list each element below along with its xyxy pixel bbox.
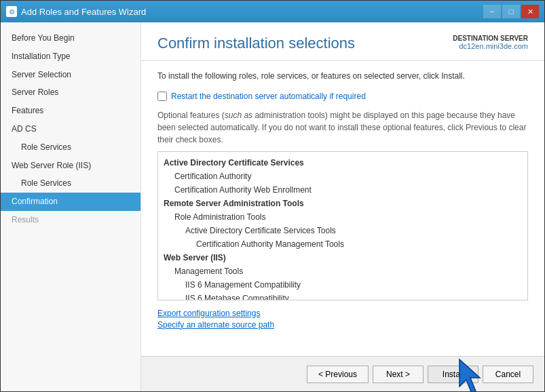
- maximize-button[interactable]: □: [502, 5, 520, 18]
- previous-button[interactable]: < Previous: [307, 366, 369, 383]
- content-area: Before You Begin Installation Type Serve…: [1, 22, 544, 391]
- sidebar-item-features[interactable]: Features: [1, 102, 140, 120]
- feature-ad-cert-services: Active Directory Certificate Services: [158, 156, 527, 170]
- feature-ad-cert-tools: Active Directory Certificate Services To…: [158, 224, 527, 237]
- sidebar-item-role-services-adcs[interactable]: Role Services: [1, 138, 140, 157]
- window-controls: − □ ✕: [483, 5, 539, 18]
- cancel-button[interactable]: Cancel: [483, 366, 533, 383]
- sidebar-item-confirmation[interactable]: Confirmation: [1, 193, 140, 211]
- sidebar-item-ad-cs[interactable]: AD CS: [1, 120, 140, 138]
- close-button[interactable]: ✕: [521, 5, 539, 18]
- main-header: Confirm installation selections DESTINAT…: [141, 22, 544, 61]
- optional-text: Optional features (such as administratio…: [157, 109, 528, 146]
- restart-checkbox[interactable]: [157, 92, 167, 101]
- page-title: Confirm installation selections: [157, 35, 355, 52]
- minimize-button[interactable]: −: [483, 5, 501, 18]
- feature-cert-authority-web: Certification Authority Web Enrollment: [158, 183, 527, 197]
- main-body: To install the following roles, role ser…: [141, 61, 544, 356]
- app-icon: ⚙: [6, 6, 17, 17]
- restart-checkbox-row[interactable]: Restart the destination server automatic…: [157, 92, 528, 101]
- titlebar: ⚙ Add Roles and Features Wizard − □ ✕: [1, 1, 544, 22]
- next-button[interactable]: Next >: [373, 366, 424, 383]
- sidebar-item-before-you-begin[interactable]: Before You Begin: [1, 29, 140, 47]
- sidebar-item-web-server-role[interactable]: Web Server Role (IIS): [1, 157, 140, 175]
- feature-management-tools: Management Tools: [158, 264, 527, 278]
- feature-cert-authority-mgmt: Certification Authority Management Tools: [158, 237, 527, 251]
- sidebar-item-server-roles[interactable]: Server Roles: [1, 83, 140, 102]
- sidebar-item-role-services-iis[interactable]: Role Services: [1, 174, 140, 193]
- info-text: To install the following roles, role ser…: [157, 71, 528, 82]
- destination-server-label: DESTINATION SERVER: [453, 35, 528, 42]
- feature-cert-authority: Certification Authority: [158, 170, 527, 183]
- destination-server-hostname: dc12en.mini3de.com: [459, 42, 528, 50]
- install-button[interactable]: Install: [428, 366, 478, 383]
- feature-remote-server-admin: Remote Server Administration Tools: [158, 197, 527, 210]
- wizard-window: ⚙ Add Roles and Features Wizard − □ ✕ Be…: [0, 0, 545, 392]
- restart-checkbox-label: Restart the destination server automatic…: [171, 92, 366, 101]
- destination-server-info: DESTINATION SERVER dc12en.mini3de.com: [453, 35, 528, 50]
- sidebar: Before You Begin Installation Type Serve…: [1, 22, 141, 391]
- sidebar-item-server-selection[interactable]: Server Selection: [1, 66, 140, 84]
- window-title: Add Roles and Features Wizard: [21, 7, 146, 17]
- feature-iis6-metabase: IIS 6 Metabase Compatibility: [158, 292, 527, 300]
- alternate-source-link[interactable]: Specify an alternate source path: [157, 320, 528, 330]
- footer: < Previous Next > Install Cancel: [141, 356, 544, 391]
- sidebar-item-results[interactable]: Results: [1, 211, 140, 229]
- feature-role-admin-tools: Role Administration Tools: [158, 210, 527, 224]
- feature-iis6-compat: IIS 6 Management Compatibility: [158, 278, 527, 292]
- feature-web-server-iis: Web Server (IIS): [158, 251, 527, 264]
- export-config-link[interactable]: Export configuration settings: [157, 309, 528, 318]
- sidebar-item-installation-type[interactable]: Installation Type: [1, 47, 140, 66]
- main-panel: Confirm installation selections DESTINAT…: [141, 22, 544, 391]
- links-area: Export configuration settings Specify an…: [157, 309, 528, 330]
- features-list[interactable]: Active Directory Certificate Services Ce…: [157, 151, 528, 300]
